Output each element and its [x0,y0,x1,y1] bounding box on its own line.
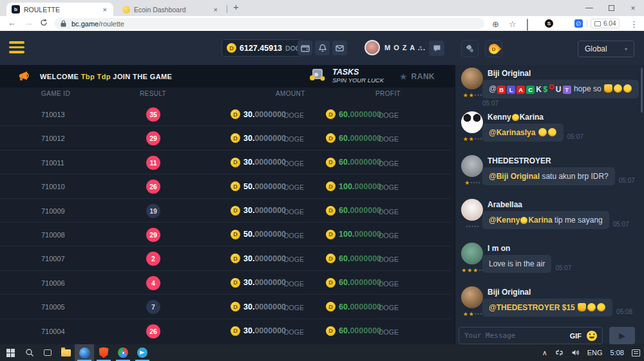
forward-icon[interactable]: → [24,18,33,28]
messages-button[interactable] [332,41,347,55]
flaming-coin-icon: D [486,41,501,56]
task-view-button[interactable] [39,344,57,361]
rank-widget[interactable]: ★ RANK [399,71,435,82]
close-button[interactable]: × [622,0,644,16]
table-row[interactable]: 710011 11 30.0000000 DOGE 60.0000000 DOG… [0,151,451,174]
profit: 60.0000000 [339,326,381,335]
tasks-widget[interactable]: TASKS SPIN YOUR LUCK [308,67,384,84]
extension-cube-icon[interactable] [527,19,528,31]
restore-button[interactable] [600,0,622,16]
table-row[interactable]: 710010 26 50.0000000 DOGE 100.000000 DOG… [0,174,451,198]
language-indicator[interactable]: ENG [583,344,607,361]
amount: 30.0000000 [243,158,286,167]
doge-coin-icon [231,302,240,311]
table-row[interactable]: 710009 19 30.0000000 DOGE 60.0000000 DOG… [0,199,451,223]
chat-username: I m on [488,244,510,253]
game-id: 710007 [41,255,65,263]
chat-toggle-button[interactable] [429,41,444,56]
chat-timestamp: 05:07 [567,133,583,142]
action-center-button[interactable] [628,344,644,361]
chat-channel-select[interactable]: Global ▾ [578,41,634,57]
taskbar-app-telegram[interactable] [133,344,152,361]
avatar[interactable] [461,243,483,264]
tab-close-icon[interactable]: × [213,6,219,14]
game-id: 710009 [41,207,65,215]
file-explorer-button[interactable] [57,344,75,361]
browser-menu-icon[interactable]: ⋮ [630,19,638,29]
extension-s-icon[interactable] [545,19,553,28]
notification-icon [632,349,640,356]
chat-message-input[interactable] [464,331,565,340]
price-ticker-extension[interactable]: 6.04 [591,19,620,28]
start-button[interactable] [0,344,21,361]
doge-coin-icon [326,326,336,336]
profit-currency: DOGE [379,183,399,191]
network-icon[interactable] [551,344,567,361]
avatar[interactable] [461,111,483,133]
avatar[interactable] [461,286,483,308]
amount-currency: DOGE [284,280,304,288]
kiss-emoji [538,128,547,136]
coin-flame-button[interactable]: D [485,40,502,57]
table-row[interactable]: 710013 35 30.0000000 DOGE 60.0000000 DOG… [0,102,451,126]
send-message-button[interactable]: ▶ [609,327,635,344]
joy-emoji [623,84,632,93]
table-row[interactable]: 710005 7 30.0000000 DOGE 60.0000000 DOGE [0,295,451,319]
taskbar-app-chrome[interactable] [113,344,133,361]
profit: 100.000000 [339,230,381,239]
bookmark-star-icon[interactable]: ☆ [509,19,516,29]
avatar[interactable] [461,199,483,221]
raised-hand-emoji [604,84,612,93]
game-id: 710005 [41,303,65,311]
profit: 100.000000 [339,182,381,191]
avatar[interactable] [461,68,483,89]
chat-username: Biji Original [488,69,531,78]
new-tab-button[interactable]: + [233,1,239,12]
avatar[interactable] [461,155,483,177]
chat-username: Arabellaa [488,200,522,209]
chat-message: ★★••• Biji Original @THEDESTROYER $15 05… [455,286,644,330]
wallet-button[interactable] [298,41,312,55]
globe-app-icon [79,347,90,358]
taskbar-app-brave[interactable] [94,344,113,361]
gif-button[interactable]: GIF [570,332,582,340]
col-profit: PROFIT [375,90,401,97]
taskbar-app-browser[interactable] [75,344,94,361]
amount: 30.0000000 [243,110,286,119]
tab-title: ROULETTE [24,6,102,14]
share-icon[interactable]: ⊕ [492,19,499,29]
notifications-button[interactable] [315,41,330,55]
tab-ecoin-dashboard[interactable]: Ecoin Dashboard × [117,3,224,16]
user-avatar[interactable] [365,40,380,55]
table-row[interactable]: 710012 29 30.0000000 DOGE 60.0000000 DOG… [0,126,451,150]
volume-icon[interactable] [567,344,583,361]
balance-selector[interactable]: 6127.45913 DOGE ▾ [222,39,303,57]
coin-drop-button[interactable] [461,40,478,57]
taskbar-clock[interactable]: 5:08 [607,344,628,361]
table-row[interactable]: 710006 4 30.0000000 DOGE 60.0000000 DOGE [0,271,451,295]
address-bar[interactable]: bc.game/roulette [54,18,484,29]
tray-chevron-up[interactable]: ∧ [538,344,551,361]
hamburger-menu-icon[interactable] [9,41,24,54]
folder-icon [61,349,71,356]
chat-message: ★•••• THEDESTROYER @Biji Original satu a… [455,155,644,199]
back-icon[interactable]: ← [8,18,16,28]
taskbar-search-button[interactable] [21,344,39,361]
chat-bubble: @THEDESTROYER $15 [482,299,612,317]
game-id: 710006 [41,279,65,287]
minimize-button[interactable] [578,0,600,16]
chevron-down-icon[interactable]: ▾ [419,44,422,50]
profit-currency: DOGE [379,111,399,119]
table-row[interactable]: 710007 2 30.0000000 DOGE 60.0000000 DOGE [0,246,451,270]
rank-label: RANK [412,72,435,81]
doge-coin-icon [326,278,336,288]
tab-roulette[interactable]: ROULETTE × [6,3,113,16]
table-row[interactable]: 710008 29 50.0000000 DOGE 100.000000 DOG… [0,223,451,246]
emoji-picker-icon[interactable] [587,331,597,341]
kiss-emoji [548,128,556,136]
tab-close-icon[interactable]: × [102,6,108,14]
table-row[interactable]: 710004 26 30.0000000 DOGE 60.0000000 DOG… [0,319,451,343]
reload-icon[interactable] [40,19,48,28]
extension-blocker-icon[interactable]: ∅ [574,19,583,28]
result-badge: 4 [146,276,160,290]
